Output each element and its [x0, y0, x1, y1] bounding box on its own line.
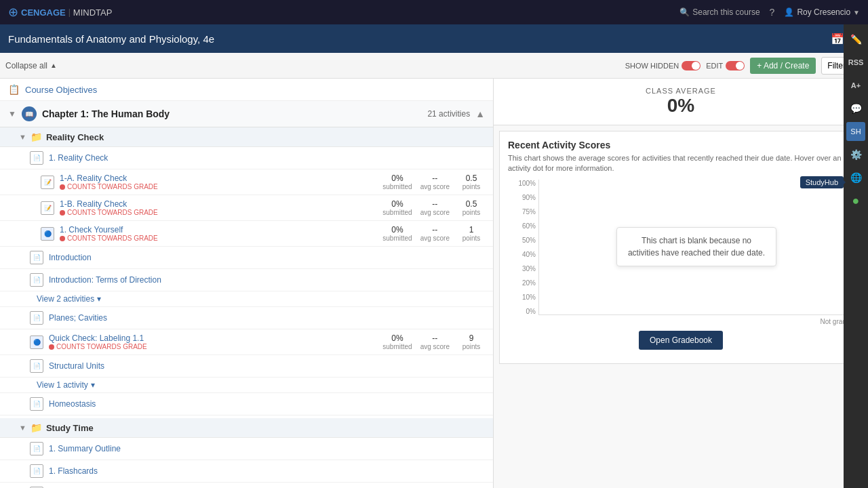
- class-average-box: CLASS AVERAGE 0%: [494, 79, 868, 125]
- points-value-qcl: 9: [469, 333, 474, 343]
- calendar-icon[interactable]: 📅: [831, 33, 844, 45]
- summary-outline-label: 1. Summary Outline: [49, 444, 121, 453]
- study-time-collapse-icon: ▼: [19, 424, 26, 432]
- intro-terms-item[interactable]: 📄 Introduction: Terms of Direction: [0, 269, 493, 291]
- chart-y-axis: 100% 90% 75% 60% 50% 40% 30% 20% 10% 0%: [508, 180, 538, 315]
- reality-check-1b-item: 📝 1-B. Reality Check COUNTS TOWARDS GRAD…: [0, 195, 493, 221]
- activity-1b-name[interactable]: 1-B. Reality Check: [60, 199, 158, 209]
- main-layout: 📋 Course Objectives ▼ 📖 Chapter 1: The H…: [0, 79, 868, 488]
- collapse-all-button[interactable]: Collapse all: [5, 61, 47, 70]
- introduction-item[interactable]: 📄 Introduction: [0, 247, 493, 269]
- view-1-chevron-icon: ▾: [91, 380, 95, 390]
- chapter-right: 21 activities ▲: [427, 108, 485, 119]
- qc-labeling-name[interactable]: Quick Check: Labeling 1.1: [49, 333, 147, 343]
- course-objectives-row[interactable]: 📋 Course Objectives: [0, 79, 493, 101]
- search-area[interactable]: 🔍 Search this course: [679, 7, 760, 17]
- activity-1b-left: 📝 1-B. Reality Check COUNTS TOWARDS GRAD…: [41, 199, 382, 216]
- sidebar-grade-icon[interactable]: A+: [846, 76, 865, 95]
- qc-labeling-icon: 🔵: [30, 336, 43, 349]
- check-yourself-left: 🔵 1. Check Yourself COUNTS TOWARDS GRADE: [41, 225, 382, 242]
- reality-check-section-header[interactable]: ▼ 📁 Reality Check: [0, 127, 493, 147]
- sidebar-rss-icon[interactable]: RSS: [846, 53, 865, 72]
- show-hidden-label: SHOW HIDDEN: [625, 62, 679, 70]
- check-yourself-name[interactable]: 1. Check Yourself: [60, 225, 158, 235]
- sidebar-globe-icon[interactable]: 🌐: [846, 168, 865, 187]
- edit-dot: [736, 62, 744, 70]
- submitted-value-cy: 0%: [391, 225, 403, 235]
- sidebar-studyhub-icon[interactable]: SH: [846, 122, 865, 141]
- chart-area: 100% 90% 75% 60% 50% 40% 30% 20% 10% 0% …: [508, 180, 854, 315]
- y-label-100: 100%: [511, 180, 536, 187]
- view-2-label: View 2 activities: [37, 294, 94, 304]
- activity-1a-info: 1-A. Reality Check COUNTS TOWARDS GRADE: [60, 174, 158, 190]
- y-label-20: 20%: [511, 279, 536, 287]
- recent-scores-title: Recent Activity Scores: [508, 140, 854, 150]
- sort-up-icon: ▲: [50, 62, 57, 69]
- search-label: Search this course: [692, 7, 760, 17]
- terms-icon: 📄: [30, 273, 43, 287]
- reality-check-group-item[interactable]: 📄 1. Reality Check: [0, 147, 493, 169]
- chapter-row: ▼ 📖 Chapter 1: The Human Body 21 activit…: [0, 101, 493, 127]
- activity-1a-name[interactable]: 1-A. Reality Check: [60, 174, 158, 183]
- stat-points-1b: 0.5 points: [458, 199, 485, 216]
- reality-check-section-label: Reality Check: [46, 132, 104, 142]
- view-1-activity[interactable]: View 1 activity ▾: [0, 378, 493, 393]
- objectives-icon: 📋: [8, 84, 20, 95]
- intro-terms-label: Introduction: Terms of Direction: [49, 275, 161, 285]
- reality-check-group-label: 1. Reality Check: [49, 153, 108, 163]
- avg-value-1b: --: [432, 199, 437, 209]
- sidebar-circle-icon[interactable]: ●: [846, 191, 865, 210]
- points-value-1b: 0.5: [466, 199, 477, 209]
- grade-dot-1a: [60, 184, 65, 190]
- top-nav-right: 🔍 Search this course ? 👤 Roy Cresencio ▼: [679, 7, 860, 18]
- chart-main-area: This chart is blank because noactivities…: [538, 180, 854, 315]
- sidebar-settings-icon[interactable]: ⚙️: [846, 145, 865, 164]
- left-panel: 📋 Course Objectives ▼ 📖 Chapter 1: The H…: [0, 79, 494, 488]
- stat-avg-1a: -- avg score: [420, 174, 450, 190]
- chapter-collapse-button[interactable]: ▲: [475, 108, 485, 119]
- counts-grade-label-1b: COUNTS TOWARDS GRADE: [67, 209, 158, 216]
- edit-switch[interactable]: [726, 61, 745, 70]
- user-menu[interactable]: 👤 Roy Cresencio ▼: [784, 7, 860, 17]
- chevron-down-icon: ▼: [853, 9, 860, 16]
- activity-1b-icon: 📝: [41, 201, 54, 215]
- avg-value-1a: --: [432, 174, 437, 183]
- y-label-60: 60%: [511, 222, 536, 230]
- chart-blank-text: This chart is blank because noactivities…: [628, 236, 765, 258]
- planes-icon: 📄: [30, 311, 43, 325]
- structural-units-item[interactable]: 📄 Structural Units: [0, 355, 493, 378]
- sidebar-chat-icon[interactable]: 💬: [846, 99, 865, 118]
- structural-units-label: Structural Units: [49, 361, 104, 371]
- summary-outline-item[interactable]: 📄 1. Summary Outline: [0, 438, 493, 460]
- view-2-activities[interactable]: View 2 activities ▾: [0, 291, 493, 307]
- top-nav: ⊕ CENGAGE | MINDTAP 🔍 Search this course…: [0, 0, 868, 24]
- submitted-value-1a: 0%: [391, 174, 403, 183]
- not-graded-label: Not graded: [508, 318, 854, 325]
- check-yourself-icon: 🔵: [41, 227, 54, 241]
- activity-1a-grade-badge: COUNTS TOWARDS GRADE: [60, 183, 158, 190]
- chapter-collapse-icon[interactable]: ▼: [8, 109, 16, 119]
- stat-points-cy: 1 points: [458, 225, 485, 242]
- planes-cavities-item[interactable]: 📄 Planes; Cavities: [0, 307, 493, 329]
- chapter-activities-count: 21 activities: [427, 109, 470, 119]
- activity-1b-info: 1-B. Reality Check COUNTS TOWARDS GRADE: [60, 199, 158, 216]
- help-icon[interactable]: ?: [770, 7, 775, 18]
- show-hidden-switch[interactable]: [682, 61, 701, 70]
- right-sidebar: ✏️ RSS A+ 💬 SH ⚙️ 🌐 ●: [844, 24, 868, 488]
- lecture-notes-item[interactable]: 📄 1. Lecture Notes: [0, 483, 493, 488]
- sidebar-pencil-icon[interactable]: ✏️: [846, 30, 865, 49]
- homeostasis-item[interactable]: 📄 Homeostasis: [0, 393, 493, 415]
- y-label-50: 50%: [511, 237, 536, 244]
- recent-scores-description: This chart shows the average scores for …: [508, 153, 854, 174]
- check-yourself-grade-badge: COUNTS TOWARDS GRADE: [60, 235, 158, 242]
- add-create-button[interactable]: + Add / Create: [750, 58, 816, 74]
- quick-check-labeling-item: 🔵 Quick Check: Labeling 1.1 COUNTS TOWAR…: [0, 329, 493, 355]
- view-1-label: View 1 activity: [37, 380, 88, 390]
- activity-1a-stats: 0% submitted -- avg score 0.5 points: [382, 174, 485, 190]
- study-time-section-header[interactable]: ▼ 📁 Study Time: [0, 418, 493, 438]
- qc-labeling-left: 🔵 Quick Check: Labeling 1.1 COUNTS TOWAR…: [30, 333, 382, 350]
- open-gradebook-button[interactable]: Open Gradebook: [639, 331, 723, 350]
- qc-labeling-info: Quick Check: Labeling 1.1 COUNTS TOWARDS…: [49, 333, 147, 350]
- flashcards-item[interactable]: 📄 1. Flashcards: [0, 460, 493, 483]
- right-panel: CLASS AVERAGE 0% Recent Activity Scores …: [494, 79, 868, 488]
